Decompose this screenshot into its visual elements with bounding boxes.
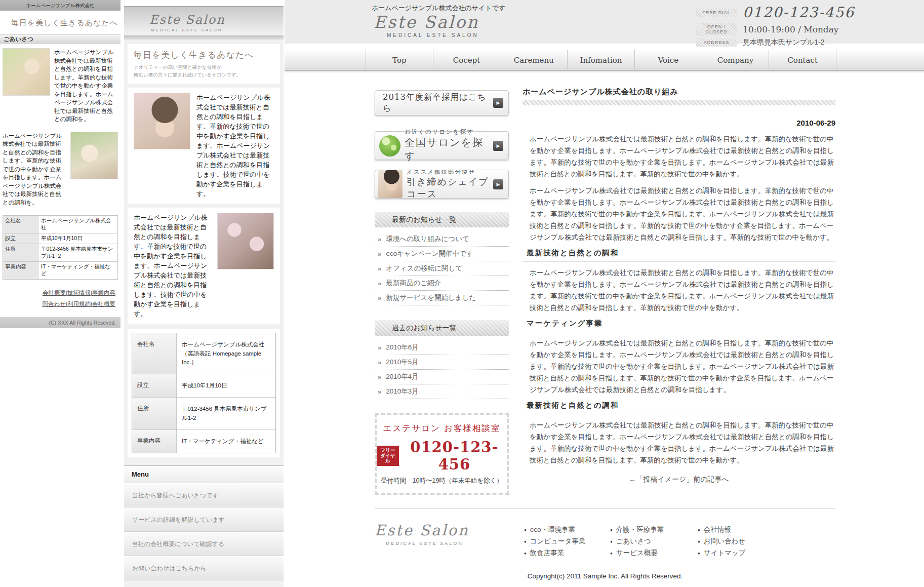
footer-link-contact[interactable]: ●お問い合わせ	[698, 537, 799, 546]
nav-voice[interactable]: Voice	[634, 50, 702, 71]
company-name-value: ホームページサンプル株式会社	[38, 216, 117, 233]
menu-item-greeting[interactable]: 当社から皆様へごあいさつです	[124, 483, 284, 507]
news-item-eco-campaign[interactable]: » ecoキャンペーン開催中です	[375, 247, 509, 261]
footer-link-company-info[interactable]: ●会社情報	[698, 525, 799, 534]
site-description: ホームページサンプル株式会社のサイトです	[372, 4, 505, 13]
free-dial-row: FREE DIAL 0120-123-456	[696, 4, 863, 21]
table-row: 住所 〒012-3456 見本県見本市サンプル1-2	[132, 398, 275, 430]
bullet-icon: ●	[698, 551, 700, 556]
footer-link-label: 飲食店事業	[530, 549, 565, 558]
sidebar: 2013年度新卒採用はこちら ▶ お近くのサロンを探す 全国サロンを探す ▶ オ…	[375, 87, 509, 495]
nav-items: Top Cocept Caremenu Infomation Voice Com…	[366, 50, 836, 71]
bullet-icon: ●	[698, 528, 700, 532]
address-value: 〒012-3456 見本県見本市サンプル1−2	[38, 244, 117, 261]
article-paragraph-5: ホームページサンプル株式会社では最新技術と自然との調和を目指します。革新的な技術…	[530, 419, 835, 466]
footer-link-greeting[interactable]: ●ごあいさつ	[610, 537, 711, 546]
arrow-right-icon: ▶	[493, 98, 503, 108]
este-salon-logo[interactable]: Este Salon	[374, 12, 479, 32]
established-label: 設立	[3, 233, 38, 244]
archive-2010-03[interactable]: » 2010年3月	[375, 384, 509, 399]
double-arrow-icon: »	[378, 280, 381, 287]
footer-link-care[interactable]: ●介護・医療事業	[610, 525, 711, 534]
main-navigation: Top Cocept Caremenu Infomation Voice Com…	[285, 50, 924, 71]
previous-article-link[interactable]: ←「投稿イメージ」前の記事へ	[523, 475, 835, 484]
nav-caremenu[interactable]: Caremenu	[500, 50, 567, 71]
news-item-label: 環境への取り組みについて	[386, 234, 469, 244]
double-arrow-icon: »	[378, 265, 381, 272]
footer-link-label: eco・環境事業	[530, 525, 575, 534]
tablet-paragraph-2: ホームページサンプル株式会社では最新技術と自然との調和を目指します。革新的な技術…	[134, 213, 211, 319]
mobile-footer-links-line1[interactable]: 会社概要|技術情報|事業内容	[43, 290, 115, 296]
company-name-line1: ホームページサンプル株式会社	[182, 340, 270, 349]
address-label: 住所	[3, 244, 38, 261]
article-paragraph-2: ホームページサンプル株式会社では最新技術と自然との調和を目指します。革新的な技術…	[530, 185, 835, 243]
established-value: 平成10年1月10日	[38, 233, 117, 244]
table-row: 会社名 ホームページサンプル株式会社	[3, 216, 117, 233]
bullet-icon: ●	[524, 539, 527, 544]
nav-top[interactable]: Top	[366, 50, 433, 71]
consultation-title: エステサロン お客様相談室	[377, 423, 507, 434]
news-item-new-product[interactable]: » 最新商品のご紹介	[375, 276, 509, 291]
badge-line1: フリー	[379, 448, 396, 453]
open-closed-row: OPEN / CLOSED 10:00-19:00 / Monday	[696, 23, 863, 36]
tablet-menu-heading: Menu	[124, 465, 284, 483]
bullet-icon: ●	[610, 528, 613, 532]
open-closed-badge: OPEN / CLOSED	[696, 23, 737, 36]
tablet-logo-band: Este Salon MEDICAL ESTE SALON	[124, 6, 284, 35]
article-heading-harmony-1: 最新技術と自然との調和	[523, 248, 835, 262]
news-item-label: 新規サービスを開始しました	[386, 293, 476, 302]
shape-course-large: 引き締めシェイプコース	[407, 176, 493, 199]
nav-company[interactable]: Company	[702, 50, 769, 71]
footer-link-label: 介護・医療事業	[616, 525, 664, 534]
footer-divider	[375, 508, 835, 508]
recruit-banner-text: 2013年度新卒採用はこちら	[383, 92, 493, 114]
news-item-environment[interactable]: » 環境への取り組みについて	[375, 232, 509, 247]
mobile-greeting-block-2: ホームページサンプル株式会社では最新技術と自然との調和を目指します。革新的な技術…	[0, 127, 120, 211]
logo-subtitle: MEDICAL ESTE SALON	[386, 541, 463, 546]
double-arrow-icon: »	[378, 344, 381, 351]
recruit-banner[interactable]: 2013年度新卒採用はこちら ▶	[375, 90, 509, 115]
shape-course-banner[interactable]: オススメ燃焼部分痩せ 引き締めシェイプコース ▶	[375, 170, 509, 199]
company-name-label: 会社名	[3, 216, 38, 233]
nav-concept[interactable]: Cocept	[433, 50, 500, 71]
salon-search-large: 全国サロンを探す	[405, 136, 493, 163]
archive-2010-04[interactable]: » 2010年4月	[375, 370, 509, 384]
archive-item-label: 2010年3月	[386, 387, 419, 396]
double-arrow-icon: »	[378, 359, 381, 366]
este-salon-logo: Este Salon	[149, 13, 284, 27]
footer-link-label: お問い合わせ	[704, 537, 745, 546]
table-row: 事業内容 IT・マーケティング・福祉など	[3, 262, 117, 279]
mobile-company-table: 会社名 ホームページサンプル株式会社 設立 平成10年1月10日 住所 〒012…	[3, 215, 118, 280]
phone-number: 0120-123-456	[743, 4, 855, 21]
double-arrow-icon: »	[378, 294, 381, 302]
news-item-new-service[interactable]: » 新規サービスを開始しました	[375, 291, 509, 305]
header-contact-info: FREE DIAL 0120-123-456 OPEN / CLOSED 10:…	[696, 4, 863, 49]
address-badge: ADDRESS	[696, 38, 737, 47]
footer-link-sitemap[interactable]: ●サイトマップ	[698, 549, 799, 558]
salon-search-banner[interactable]: お近くのサロンを探す 全国サロンを探す ▶	[375, 131, 509, 160]
menu-item-service[interactable]: サービスの詳細を解説しています	[124, 507, 284, 532]
archive-2010-06[interactable]: » 2010年6月	[375, 340, 509, 355]
mobile-paragraph-1: ホームページサンプル株式会社では最新技術と自然との調和を目指します。革新的な技術…	[54, 48, 118, 124]
mobile-footer-links: 会社概要|技術情報|事業内容 問合わせ|利用規約|会社概要	[0, 280, 120, 313]
bullet-icon: ●	[610, 539, 613, 544]
badge-line2: ダイヤル	[379, 453, 396, 464]
tablet-paragraph-1: ホームページサンプル株式会社では最新技術と自然との調和を目指します。革新的な技術…	[196, 93, 274, 199]
mobile-copyright: (C) XXX All Rights Reseved.	[0, 317, 120, 328]
company-name-label: 会社名	[132, 333, 177, 374]
archive-item-label: 2010年4月	[386, 372, 419, 381]
nav-contact[interactable]: Contact	[769, 50, 836, 71]
menu-item-company[interactable]: 当社の会社概要について確認する	[124, 532, 284, 556]
nav-information[interactable]: Infomation	[567, 50, 634, 71]
footer-link-service[interactable]: ●サービス概要	[610, 549, 711, 558]
customer-consultation-box: エステサロン お客様相談室 フリー ダイヤル 0120-123-456 受付時間…	[375, 413, 509, 495]
news-item-office-move[interactable]: » オフィスの移転に関して	[375, 261, 509, 276]
table-row: 設立 平成10年1月10日	[3, 233, 117, 244]
mobile-footer-links-line2[interactable]: 問合わせ|利用規約|会社概要	[42, 301, 115, 307]
footer-link-label: サービス概要	[616, 549, 658, 558]
tablet-greeting-block-2: ホームページサンプル株式会社では最新技術と自然との調和を目指します。革新的な技術…	[128, 208, 280, 324]
menu-item-contact[interactable]: お問い合わせはこちらから	[124, 556, 284, 580]
desktop-header: ホームページサンプル株式会社のサイトです Este Salon MEDICAL …	[285, 0, 924, 44]
article-paragraph-3: ホームページサンプル株式会社では最新技術と自然との調和を目指します。革新的な技術…	[530, 267, 835, 314]
archive-2010-05[interactable]: » 2010年5月	[375, 355, 509, 370]
